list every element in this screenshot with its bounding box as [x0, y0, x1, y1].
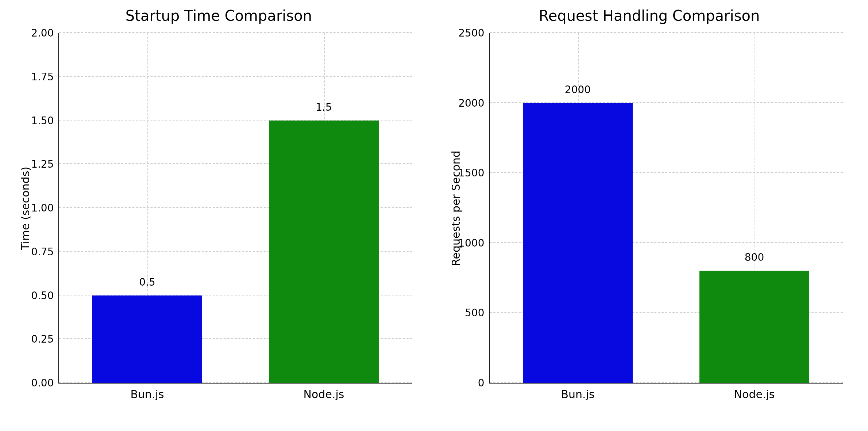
- y-axis-label: Time (seconds): [19, 167, 32, 250]
- grid-line: [59, 76, 412, 77]
- y-tick-label: 0.25: [31, 333, 54, 345]
- grid-line: [490, 32, 843, 33]
- y-tick-label: 2.00: [31, 27, 54, 39]
- y-tick-label: 1.75: [31, 70, 54, 83]
- y-tick-label: 1.50: [31, 114, 54, 126]
- bar: [523, 103, 632, 383]
- y-tick-label: 0.75: [31, 245, 54, 258]
- subplot-startup-time: Startup Time Comparison Time (seconds) 0…: [15, 7, 423, 409]
- y-axis-label-wrap: Time (seconds): [18, 33, 33, 384]
- y-tick-label: 1500: [458, 167, 484, 179]
- y-tick-label: 0: [478, 377, 485, 389]
- x-tick-label: Node.js: [734, 388, 775, 401]
- y-axis-label-wrap: Requests per Second: [449, 33, 463, 384]
- plot-area: 050010001500200025002000Bun.js800Node.js: [489, 33, 843, 384]
- y-tick-label: 0.50: [31, 289, 54, 301]
- bar-value-label: 800: [745, 251, 764, 263]
- x-tick-label: Bun.js: [130, 388, 164, 401]
- bar: [699, 271, 809, 383]
- y-tick-label: 1000: [458, 237, 484, 249]
- chart-title: Request Handling Comparison: [445, 7, 854, 24]
- subplot-request-handling: Request Handling Comparison Requests per…: [445, 7, 854, 409]
- y-tick-label: 2500: [458, 27, 484, 39]
- bar-value-label: 2000: [565, 84, 591, 96]
- bar: [269, 121, 378, 383]
- plot-area: 0.000.250.500.751.001.251.501.752.000.5B…: [58, 33, 412, 384]
- x-tick-label: Bun.js: [561, 388, 594, 401]
- y-tick-label: 0.00: [31, 377, 54, 389]
- y-tick-label: 1.00: [31, 202, 54, 214]
- bar-value-label: 0.5: [139, 276, 155, 288]
- y-tick-label: 1.25: [31, 158, 54, 170]
- figure: Startup Time Comparison Time (seconds) 0…: [7, 7, 861, 424]
- bar: [92, 295, 202, 383]
- y-tick-label: 500: [465, 307, 484, 319]
- x-tick-label: Node.js: [304, 388, 344, 401]
- chart-title: Startup Time Comparison: [15, 7, 423, 24]
- grid-line: [59, 32, 412, 33]
- bar-value-label: 1.5: [316, 101, 332, 113]
- y-tick-label: 2000: [458, 97, 484, 109]
